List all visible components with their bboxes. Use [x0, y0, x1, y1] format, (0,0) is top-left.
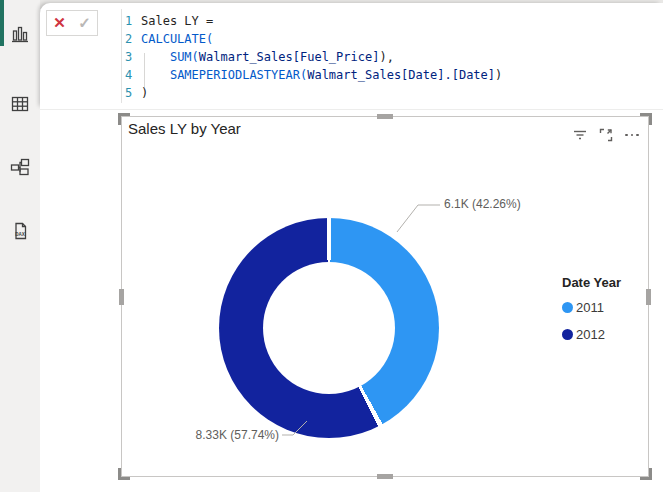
resize-handle-bottom[interactable] — [377, 474, 393, 479]
line-number: 4 — [122, 66, 141, 84]
code-line: 3 SUM(Walmart_Sales[Fuel_Price]), — [122, 48, 661, 66]
formula-bar: ✕ ✓ 1Sales LY =2CALCULATE(3 SUM(Walmart_… — [40, 3, 663, 110]
legend-label-2011: 2011 — [576, 300, 604, 315]
donut-hole — [263, 262, 395, 394]
resize-corner-top-right[interactable] — [640, 113, 652, 125]
resize-handle-left[interactable] — [119, 289, 124, 305]
sidebar-item-table-view[interactable] — [0, 86, 40, 122]
report-view-icon — [10, 24, 30, 44]
code-line: 4 SAMEPERIODLASTYEAR(Walmart_Sales[Date]… — [122, 66, 661, 84]
view-sidebar: DAX — [0, 0, 40, 492]
legend-item-2011[interactable]: 2011 — [562, 300, 648, 315]
sidebar-item-report-view[interactable] — [0, 16, 40, 52]
line-number: 1 — [122, 12, 141, 30]
resize-corner-bottom-right[interactable] — [640, 468, 652, 480]
legend-title: Date Year — [562, 275, 648, 290]
slice-label-2011: 6.1K (42.26%) — [444, 197, 521, 211]
donut-chart-visual[interactable]: Sales LY by Year 6.1K (4 — [121, 116, 649, 477]
model-view-icon — [10, 157, 30, 177]
sidebar-item-dax-query-view[interactable]: DAX — [0, 213, 40, 249]
legend-dot-2012 — [562, 329, 573, 340]
resize-handle-top[interactable] — [377, 114, 393, 119]
cancel-icon[interactable]: ✕ — [53, 14, 66, 32]
dax-query-view-icon: DAX — [10, 221, 30, 241]
donut-chart[interactable] — [219, 218, 439, 438]
focus-mode-icon[interactable] — [598, 127, 614, 143]
chart-legend: Date Year 2011 2012 — [562, 275, 648, 354]
indent-guide — [144, 53, 145, 87]
legend-label-2012: 2012 — [576, 327, 605, 342]
svg-text:DAX: DAX — [15, 232, 26, 237]
code-line: 1Sales LY = — [122, 12, 661, 30]
visual-header — [572, 127, 640, 143]
formula-commit-box: ✕ ✓ — [46, 10, 98, 36]
filter-icon[interactable] — [572, 127, 588, 143]
code-line: 5) — [122, 84, 661, 102]
line-number: 5 — [122, 84, 141, 102]
slice-label-2012: 8.33K (57.74%) — [194, 428, 279, 442]
sidebar-item-model-view[interactable] — [0, 149, 40, 185]
more-options-icon[interactable] — [624, 127, 640, 143]
dax-formula-editor[interactable]: 1Sales LY =2CALCULATE(3 SUM(Walmart_Sale… — [121, 9, 661, 103]
code-line: 2CALCULATE( — [122, 30, 661, 48]
line-number: 3 — [122, 48, 141, 66]
legend-item-2012[interactable]: 2012 — [562, 327, 648, 342]
table-view-icon — [10, 94, 30, 114]
visual-title: Sales LY by Year — [128, 120, 241, 137]
line-number: 2 — [122, 30, 141, 48]
resize-corner-bottom-left[interactable] — [118, 468, 130, 480]
legend-dot-2011 — [562, 302, 573, 313]
check-icon[interactable]: ✓ — [78, 14, 91, 32]
